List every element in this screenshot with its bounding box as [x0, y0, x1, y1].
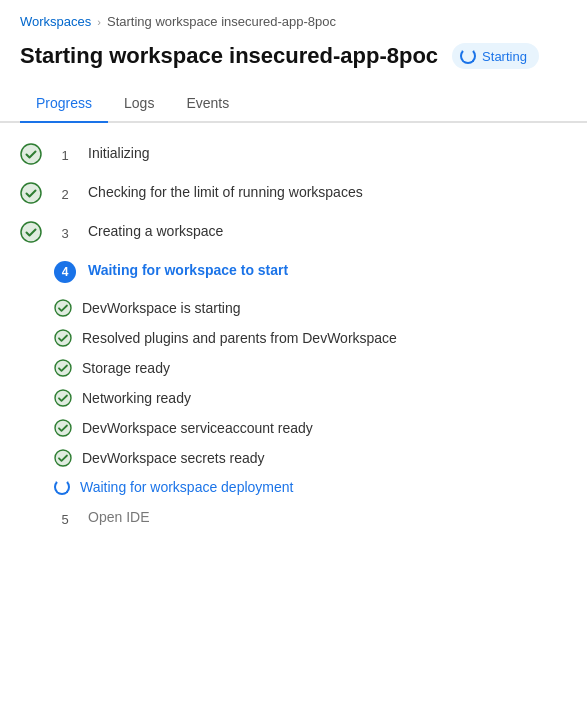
substep-1-label: DevWorkspace is starting: [82, 300, 240, 316]
step-5-placeholder: [20, 507, 42, 529]
tabs-bar: Progress Logs Events: [0, 85, 587, 123]
step-3: 3 Creating a workspace: [20, 221, 567, 244]
step-4: 4 Waiting for workspace to start: [20, 260, 567, 283]
substep-6-label: DevWorkspace secrets ready: [82, 450, 265, 466]
step-4-placeholder: [20, 260, 42, 282]
tab-logs[interactable]: Logs: [108, 85, 170, 123]
step-1: 1 Initializing: [20, 143, 567, 166]
status-label: Starting: [482, 49, 527, 64]
substep-secrets-ready: DevWorkspace secrets ready: [54, 449, 567, 467]
tab-progress[interactable]: Progress: [20, 85, 108, 123]
breadcrumb-separator: ›: [97, 16, 101, 28]
breadcrumb-workspaces-link[interactable]: Workspaces: [20, 14, 91, 29]
step-4-substeps: DevWorkspace is starting Resolved plugin…: [54, 299, 567, 495]
step-4-number: 4: [54, 261, 76, 283]
step-4-label: Waiting for workspace to start: [88, 260, 288, 278]
substep-2-check-icon: [54, 329, 72, 347]
substep-storage-ready: Storage ready: [54, 359, 567, 377]
step-5-number: 5: [54, 508, 76, 530]
page-title: Starting workspace insecured-app-8poc: [20, 43, 438, 69]
substep-1-check-icon: [54, 299, 72, 317]
substep-7-label: Waiting for workspace deployment: [80, 479, 293, 495]
step-1-number: 1: [54, 144, 76, 166]
substep-7-spinning-icon: [54, 479, 70, 495]
substep-3-label: Storage ready: [82, 360, 170, 376]
breadcrumb-current: Starting workspace insecured-app-8poc: [107, 14, 336, 29]
step-1-check-icon: [20, 143, 42, 165]
status-badge: Starting: [452, 43, 539, 69]
step-3-label: Creating a workspace: [88, 221, 223, 239]
substep-2-label: Resolved plugins and parents from DevWor…: [82, 330, 397, 346]
page-header: Starting workspace insecured-app-8poc St…: [0, 39, 587, 85]
step-2: 2 Checking for the limit of running work…: [20, 182, 567, 205]
step-2-label: Checking for the limit of running worksp…: [88, 182, 363, 200]
step-2-check-icon: [20, 182, 42, 204]
step-2-number: 2: [54, 183, 76, 205]
substep-4-check-icon: [54, 389, 72, 407]
substep-resolved-plugins: Resolved plugins and parents from DevWor…: [54, 329, 567, 347]
step-5-label: Open IDE: [88, 507, 149, 525]
substep-6-check-icon: [54, 449, 72, 467]
step-5: 5 Open IDE: [20, 507, 567, 530]
substep-networking-ready: Networking ready: [54, 389, 567, 407]
substep-4-label: Networking ready: [82, 390, 191, 406]
progress-list: 1 Initializing 2 Checking for the limit …: [0, 123, 587, 566]
substep-waiting-deployment: Waiting for workspace deployment: [54, 479, 567, 495]
substep-5-label: DevWorkspace serviceaccount ready: [82, 420, 313, 436]
step-3-number: 3: [54, 222, 76, 244]
substep-serviceaccount-ready: DevWorkspace serviceaccount ready: [54, 419, 567, 437]
substep-devworkspace-starting: DevWorkspace is starting: [54, 299, 567, 317]
step-3-check-icon: [20, 221, 42, 243]
substep-5-check-icon: [54, 419, 72, 437]
breadcrumb: Workspaces › Starting workspace insecure…: [0, 0, 587, 39]
tab-events[interactable]: Events: [170, 85, 245, 123]
step-1-label: Initializing: [88, 143, 149, 161]
substep-3-check-icon: [54, 359, 72, 377]
spinning-icon: [460, 48, 476, 64]
